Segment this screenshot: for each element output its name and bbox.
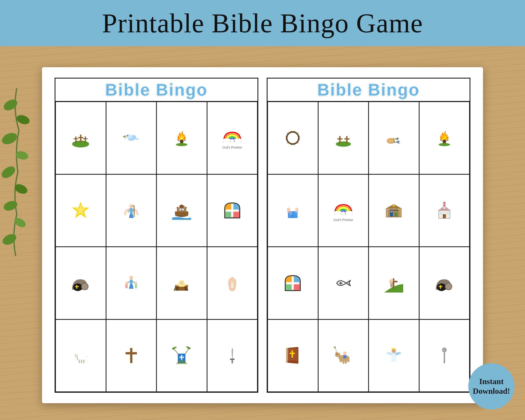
svg-rect-107 xyxy=(337,138,343,140)
svg-point-54 xyxy=(129,276,133,280)
white-card: Bible Bingo xyxy=(42,67,483,403)
svg-point-181 xyxy=(442,348,446,352)
svg-point-8 xyxy=(1,232,18,247)
svg-point-46 xyxy=(178,206,180,208)
svg-point-112 xyxy=(398,138,398,139)
wood-background: Bible Bingo xyxy=(0,46,525,420)
cell-1-6 xyxy=(106,174,157,247)
svg-rect-108 xyxy=(346,136,347,143)
svg-point-124 xyxy=(295,208,299,211)
cell-1-15 xyxy=(156,319,207,392)
svg-rect-13 xyxy=(78,137,83,138)
svg-rect-95 xyxy=(179,357,184,358)
svg-rect-169 xyxy=(347,357,349,362)
bingo-grid-1: God's Promise xyxy=(56,102,257,392)
cell-1-7 xyxy=(156,174,207,247)
svg-rect-147 xyxy=(443,205,445,206)
svg-rect-183 xyxy=(444,352,444,361)
cell-2-6: God's Promise xyxy=(318,174,369,247)
svg-point-122 xyxy=(287,208,290,211)
svg-rect-14 xyxy=(85,137,86,143)
svg-point-0 xyxy=(2,97,19,112)
cell-2-3 xyxy=(369,102,419,174)
cell-2-8 xyxy=(419,174,470,247)
svg-point-2 xyxy=(0,131,19,147)
svg-point-136 xyxy=(389,209,394,212)
svg-rect-106 xyxy=(339,136,340,143)
svg-point-130 xyxy=(337,211,342,215)
svg-point-34 xyxy=(237,138,242,142)
svg-rect-145 xyxy=(447,212,449,215)
svg-rect-164 xyxy=(288,361,298,362)
svg-rect-144 xyxy=(440,212,442,215)
svg-point-28 xyxy=(176,143,187,146)
svg-point-133 xyxy=(348,211,353,215)
bingo-title-row-1: Bible Bingo xyxy=(56,79,257,102)
cell-1-8 xyxy=(207,174,258,247)
svg-line-20 xyxy=(124,137,126,138)
svg-point-50 xyxy=(73,283,83,291)
svg-rect-53 xyxy=(75,286,79,287)
svg-rect-88 xyxy=(83,360,84,363)
cell-2-7 xyxy=(369,174,419,247)
svg-line-96 xyxy=(174,349,178,354)
page-title: Printable Bible Bingo Game xyxy=(102,7,423,39)
svg-point-37 xyxy=(129,204,133,208)
svg-rect-91 xyxy=(126,352,137,355)
svg-rect-89 xyxy=(77,357,78,360)
cell-1-11 xyxy=(156,247,207,319)
bingo-title-2: Bible Bingo xyxy=(317,80,420,100)
cell-2-2 xyxy=(318,102,369,174)
cell-1-3 xyxy=(156,102,207,174)
cell-2-14 xyxy=(318,319,369,392)
cell-1-1 xyxy=(56,102,106,174)
svg-line-61 xyxy=(132,281,135,283)
svg-point-105 xyxy=(336,141,351,147)
svg-point-51 xyxy=(82,283,88,290)
svg-rect-151 xyxy=(339,283,343,284)
bingo-grid-2: God's Promise xyxy=(268,102,469,392)
instant-download-badge[interactable]: Instant Download! xyxy=(468,363,515,410)
header-bar: Printable Bible Bingo Game xyxy=(0,0,525,46)
gods-promise-label-1: God's Promise xyxy=(222,146,242,149)
svg-rect-167 xyxy=(342,359,344,364)
svg-rect-15 xyxy=(83,138,88,140)
cell-1-12 xyxy=(207,247,258,319)
cell-1-10 xyxy=(106,247,157,319)
svg-rect-45 xyxy=(182,208,184,210)
svg-point-4 xyxy=(0,164,17,180)
svg-point-156 xyxy=(437,283,446,291)
svg-point-58 xyxy=(135,282,137,284)
instant-download-text: Instant Download! xyxy=(473,377,510,396)
svg-point-19 xyxy=(127,135,128,136)
svg-point-154 xyxy=(390,279,393,282)
svg-rect-163 xyxy=(290,353,295,354)
svg-point-82 xyxy=(82,353,86,358)
svg-point-138 xyxy=(394,209,398,212)
svg-rect-86 xyxy=(79,360,80,363)
svg-rect-143 xyxy=(443,214,446,218)
svg-rect-38 xyxy=(130,208,132,214)
svg-point-139 xyxy=(393,205,395,207)
svg-rect-44 xyxy=(179,208,181,210)
svg-rect-102 xyxy=(231,359,233,364)
svg-point-65 xyxy=(180,281,183,285)
ivy-decoration xyxy=(0,88,42,256)
cell-1-9 xyxy=(56,247,106,319)
svg-line-97 xyxy=(185,348,189,354)
cell-1-2 xyxy=(106,102,157,174)
cell-2-10 xyxy=(318,247,369,319)
svg-rect-159 xyxy=(439,286,442,287)
svg-rect-59 xyxy=(135,284,137,288)
svg-point-172 xyxy=(336,351,338,354)
svg-rect-109 xyxy=(344,138,349,140)
svg-rect-90 xyxy=(130,348,132,363)
cell-2-11 xyxy=(369,247,419,319)
svg-rect-11 xyxy=(74,138,78,140)
svg-rect-152 xyxy=(393,278,394,289)
cell-2-13 xyxy=(268,319,318,392)
gods-promise-label-2: God's Promise xyxy=(333,218,353,222)
svg-point-178 xyxy=(393,351,394,352)
cell-1-5 xyxy=(56,174,106,247)
svg-line-60 xyxy=(127,281,130,283)
